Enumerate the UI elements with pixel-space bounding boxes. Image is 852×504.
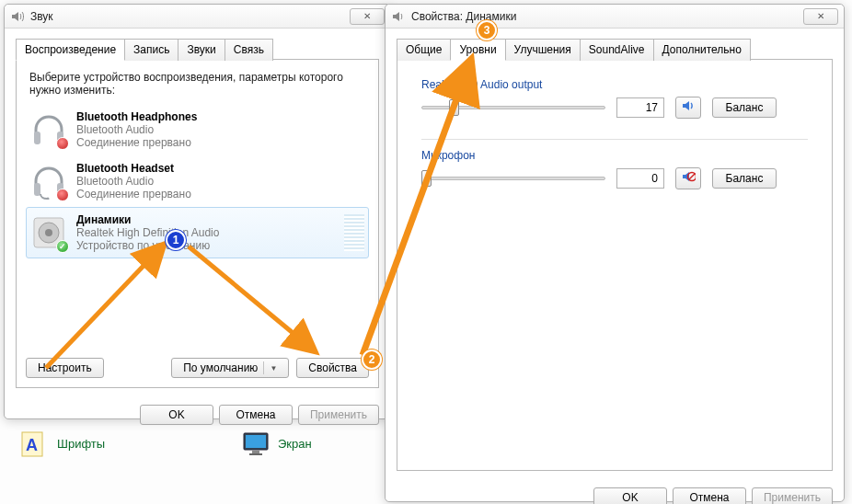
speaker-unmuted-icon [681, 98, 696, 117]
mute-mic-button[interactable] [675, 167, 701, 189]
ok-button[interactable]: OK [140, 405, 213, 425]
device-driver: Bluetooth Audio [76, 123, 197, 136]
tab-pane-levels: Realtek HD Audio output Баланс [397, 59, 833, 471]
output-volume-slider[interactable] [421, 98, 605, 117]
device-item-selected[interactable]: ✓ Динамики Realtek High Definition Audio… [26, 207, 369, 258]
apply-button[interactable]: Применить [752, 487, 833, 504]
svg-point-10 [47, 198, 50, 200]
cancel-button[interactable]: Отмена [219, 405, 293, 425]
titlebar[interactable]: Свойства: Динамики ✕ [386, 5, 844, 29]
balance-mic-button[interactable]: Баланс [712, 168, 777, 189]
tab-recording[interactable]: Запись [124, 39, 178, 61]
dialog-buttons: OK Отмена Применить [5, 397, 390, 434]
properties-window: Свойства: Динамики ✕ Общие Уровни Улучше… [385, 4, 845, 502]
window-title: Свойства: Динамики [411, 10, 803, 23]
headphones-icon [30, 111, 67, 148]
svg-text:A: A [26, 436, 38, 454]
device-action-row: Настроить По умолчанию ▼ Свойства [26, 358, 369, 378]
chevron-down-icon: ▼ [270, 364, 277, 372]
window-title: Звук [30, 10, 350, 23]
device-status: Соединение прервано [76, 188, 191, 200]
mic-volume-slider[interactable] [421, 169, 605, 188]
tab-levels[interactable]: Уровни [450, 39, 505, 61]
svg-rect-8 [34, 183, 40, 196]
close-button[interactable]: ✕ [350, 8, 385, 25]
ok-button[interactable]: OK [593, 487, 667, 504]
device-driver: Realtek High Definition Audio [76, 226, 219, 239]
svg-point-13 [45, 229, 52, 236]
set-default-label: По умолчанию [183, 361, 258, 374]
mic-label: Микрофон [421, 149, 808, 162]
tab-sounds[interactable]: Звуки [178, 39, 225, 61]
balance-output-button[interactable]: Баланс [712, 97, 777, 118]
set-default-button[interactable]: По умолчанию ▼ [171, 358, 289, 378]
tab-strip: Общие Уровни Улучшения SoundAlive Дополн… [397, 38, 833, 60]
device-name: Bluetooth Headset [76, 162, 191, 175]
separator [421, 139, 808, 140]
speaker-icon [10, 9, 25, 24]
close-icon: ✕ [363, 11, 371, 21]
tab-advanced[interactable]: Дополнительно [653, 39, 751, 61]
svg-rect-6 [34, 132, 40, 144]
level-meter [344, 214, 364, 251]
close-icon: ✕ [817, 11, 824, 21]
tab-playback[interactable]: Воспроизведение [16, 39, 125, 61]
device-list[interactable]: Bluetooth Headphones Bluetooth Audio Сое… [26, 104, 369, 349]
device-name: Динамики [76, 213, 219, 226]
tab-general[interactable]: Общие [397, 39, 451, 61]
configure-button[interactable]: Настроить [26, 358, 104, 378]
tab-enhancements[interactable]: Улучшения [505, 39, 581, 61]
svg-rect-4 [252, 451, 259, 453]
tab-pane-playback: Выберите устройство воспроизведения, пар… [16, 59, 379, 388]
status-badge-disconnected [56, 137, 69, 150]
device-item[interactable]: Bluetooth Headset Bluetooth Audio Соедин… [26, 155, 369, 207]
device-name: Bluetooth Headphones [76, 110, 197, 123]
tab-strip: Воспроизведение Запись Звуки Связь [16, 38, 379, 60]
device-text: Bluetooth Headset Bluetooth Audio Соедин… [76, 162, 191, 200]
speaker-device-icon: ✓ [30, 214, 67, 251]
mic-volume-value[interactable] [616, 168, 664, 189]
device-driver: Bluetooth Audio [76, 175, 191, 188]
instruction-text: Выберите устройство воспроизведения, пар… [29, 71, 365, 97]
output-volume-value[interactable] [616, 97, 664, 118]
mute-output-button[interactable] [675, 97, 701, 119]
desktop-item-label: Экран [278, 437, 312, 451]
device-item[interactable]: Bluetooth Headphones Bluetooth Audio Сое… [26, 104, 369, 155]
svg-rect-3 [246, 435, 266, 448]
device-text: Bluetooth Headphones Bluetooth Audio Сое… [76, 110, 197, 149]
apply-button[interactable]: Применить [298, 405, 379, 425]
output-label: Realtek HD Audio output [421, 78, 808, 91]
dialog-buttons: OK Отмена Применить [386, 480, 844, 504]
device-text: Динамики Realtek High Definition Audio У… [76, 213, 219, 252]
output-group: Realtek HD Audio output Баланс [421, 78, 808, 119]
device-status: Устройство по умолчанию [76, 239, 219, 252]
mic-group: Микрофон Баланс [421, 149, 808, 189]
close-button[interactable]: ✕ [803, 8, 838, 25]
svg-rect-5 [249, 453, 262, 455]
tab-soundalive[interactable]: SoundAlive [580, 39, 654, 61]
titlebar[interactable]: Звук ✕ [5, 5, 390, 29]
properties-button[interactable]: Свойства [296, 358, 369, 378]
headset-icon [30, 163, 67, 200]
status-badge-default: ✓ [56, 240, 69, 253]
tab-communications[interactable]: Связь [225, 39, 273, 61]
svg-line-15 [689, 174, 695, 179]
speaker-muted-icon [681, 169, 696, 188]
device-status: Соединение прервано [76, 136, 197, 149]
speaker-icon [391, 9, 406, 24]
desktop-item-label: Шрифты [57, 437, 105, 451]
sound-window: Звук ✕ Воспроизведение Запись Звуки Связ… [4, 4, 391, 419]
cancel-button[interactable]: Отмена [673, 487, 746, 504]
status-badge-disconnected [56, 189, 69, 201]
